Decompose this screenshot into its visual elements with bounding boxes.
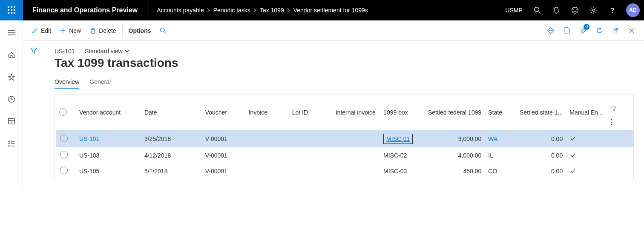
table-row[interactable]: US-1034/12/2018V-00001MISC-024,000.00IL0… xyxy=(56,147,633,163)
star-icon xyxy=(8,73,15,81)
breadcrumb-item[interactable]: Vendor settlement for 1099s xyxy=(293,7,368,14)
new-button[interactable]: New xyxy=(55,20,85,41)
circle-icon xyxy=(60,166,68,174)
col-fed[interactable]: Settled federal 1099 xyxy=(423,95,485,130)
cell-state[interactable]: CO xyxy=(485,163,515,179)
cell-internal[interactable] xyxy=(332,163,380,179)
refresh-button[interactable] xyxy=(591,20,607,41)
notifications-button[interactable] xyxy=(547,0,566,20)
trash-icon xyxy=(89,27,96,34)
row-selector[interactable] xyxy=(56,163,76,179)
svg-point-37 xyxy=(611,121,612,123)
breadcrumb-item[interactable]: Accounts payable xyxy=(157,7,204,14)
smiley-icon xyxy=(571,6,579,14)
cell-sstate[interactable]: 0.00 xyxy=(515,163,566,179)
feedback-button[interactable] xyxy=(566,0,584,20)
nav-expand-button[interactable] xyxy=(5,26,18,39)
grid-filter-button[interactable] xyxy=(611,106,629,112)
col-date[interactable]: Date xyxy=(141,95,202,130)
row-selector[interactable] xyxy=(56,147,76,163)
view-picker[interactable]: Standard view xyxy=(85,48,129,55)
pin-button[interactable] xyxy=(543,20,559,41)
cell-1099box[interactable]: MISC-01 xyxy=(383,134,413,144)
cell-date[interactable]: 3/25/2018 xyxy=(141,130,202,148)
popout-icon xyxy=(612,27,619,34)
table-row[interactable]: US-1055/1/2018V-00001MISC-03450.00CO0.00 xyxy=(56,163,633,179)
cell-1099box[interactable]: MISC-02 xyxy=(383,152,407,159)
action-search-button[interactable] xyxy=(155,20,171,41)
col-1099box[interactable]: 1099 box xyxy=(380,95,423,130)
svg-point-38 xyxy=(611,124,612,125)
cell-voucher[interactable]: V-00001 xyxy=(202,130,245,148)
search-button[interactable] xyxy=(528,0,547,20)
cell-invoice[interactable] xyxy=(245,163,289,179)
chevron-right-icon xyxy=(207,8,211,12)
cell-state[interactable]: WA xyxy=(485,130,515,148)
cell-date[interactable]: 5/1/2018 xyxy=(141,163,202,179)
tab-overview[interactable]: Overview xyxy=(55,76,79,89)
settings-button[interactable] xyxy=(584,0,603,20)
breadcrumb-item[interactable]: Tax 1099 xyxy=(260,7,284,14)
cell-internal[interactable] xyxy=(332,147,380,163)
delete-button[interactable]: Delete xyxy=(85,20,120,41)
col-invoice[interactable]: Invoice xyxy=(245,95,289,130)
cell-voucher[interactable]: V-00001 xyxy=(202,163,245,179)
table-row[interactable]: US-1013/25/2018V-00001MISC-013,000.00WA0… xyxy=(56,130,633,148)
cell-fed[interactable]: 4,000.00 xyxy=(423,147,485,163)
cell-fed[interactable]: 450.00 xyxy=(423,163,485,179)
left-nav-rail xyxy=(0,20,23,189)
cell-manual[interactable] xyxy=(566,147,607,163)
cell-date[interactable]: 4/12/2018 xyxy=(141,147,202,163)
legal-entity-label[interactable]: USMF xyxy=(499,7,528,14)
svg-point-12 xyxy=(573,9,574,10)
svg-point-14 xyxy=(592,9,595,11)
cell-invoice[interactable] xyxy=(245,147,289,163)
col-vendor[interactable]: Vendor account xyxy=(76,95,141,130)
cell-vendor[interactable]: US-103 xyxy=(76,147,141,163)
col-manual[interactable]: Manual En... xyxy=(566,95,607,130)
row-selector[interactable] xyxy=(56,130,76,148)
col-sstate[interactable]: Settled state 1... xyxy=(515,95,566,130)
breadcrumb-item[interactable]: Periodic tasks xyxy=(213,7,250,14)
options-button[interactable]: Options xyxy=(124,20,155,41)
app-launcher-button[interactable] xyxy=(0,0,23,20)
col-state[interactable]: State xyxy=(485,95,515,130)
cell-voucher[interactable]: V-00001 xyxy=(202,147,245,163)
tab-general[interactable]: General xyxy=(89,76,111,89)
open-office-button[interactable] xyxy=(559,20,575,41)
record-id-label: US-101 xyxy=(55,48,75,55)
cell-lot[interactable] xyxy=(289,130,332,148)
help-button[interactable] xyxy=(603,0,622,20)
cell-fed[interactable]: 3,000.00 xyxy=(423,130,485,148)
cell-lot[interactable] xyxy=(289,163,332,179)
cell-state[interactable]: IL xyxy=(485,147,515,163)
modules-icon xyxy=(8,140,15,147)
col-voucher[interactable]: Voucher xyxy=(202,95,245,130)
close-button[interactable] xyxy=(624,20,640,41)
attachments-button[interactable]: 0 xyxy=(575,20,591,41)
col-internal[interactable]: Internal invoice xyxy=(332,95,380,130)
nav-favorites-button[interactable] xyxy=(5,71,18,83)
cell-1099box[interactable]: MISC-03 xyxy=(383,168,407,175)
cell-sstate[interactable]: 0.00 xyxy=(515,130,566,148)
nav-recent-button[interactable] xyxy=(5,93,18,106)
select-all-header[interactable] xyxy=(56,95,76,130)
filter-pane-toggle[interactable] xyxy=(30,47,37,189)
cell-vendor[interactable]: US-105 xyxy=(76,163,141,179)
popout-button[interactable] xyxy=(607,20,624,41)
cell-manual[interactable] xyxy=(566,163,607,179)
cell-vendor[interactable]: US-101 xyxy=(76,130,141,148)
grid-more-button[interactable] xyxy=(611,119,629,126)
action-pane: Edit New Delete Options xyxy=(23,20,644,41)
cell-lot[interactable] xyxy=(289,147,332,163)
nav-modules-button[interactable] xyxy=(5,137,18,150)
cell-invoice[interactable] xyxy=(245,130,289,148)
nav-workspaces-button[interactable] xyxy=(5,115,18,128)
cell-manual[interactable] xyxy=(566,130,607,148)
user-avatar[interactable]: AD xyxy=(626,3,640,17)
col-lot[interactable]: Lot ID xyxy=(289,95,332,130)
edit-button[interactable]: Edit xyxy=(27,20,55,41)
cell-internal[interactable] xyxy=(332,130,380,148)
nav-home-button[interactable] xyxy=(5,49,18,61)
cell-sstate[interactable]: 0.00 xyxy=(515,147,566,163)
